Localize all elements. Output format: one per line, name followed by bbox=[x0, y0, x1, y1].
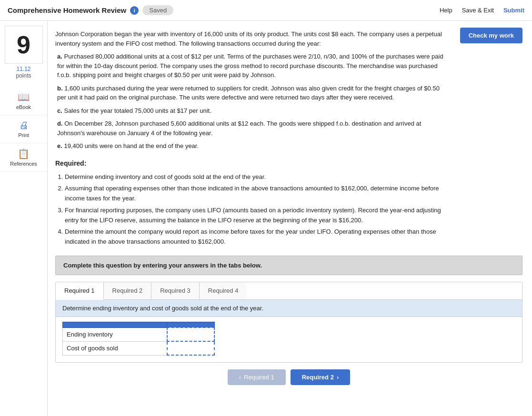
table-row: Cost of goods sold bbox=[63, 341, 215, 355]
next-arrow: › bbox=[337, 374, 339, 381]
transaction-d: d. On December 28, Johnson purchased 5,6… bbox=[57, 119, 446, 138]
answer-table-area: Ending inventory Cost of goods sold bbox=[56, 317, 522, 362]
tab-description: Determine ending inventory and cost of g… bbox=[56, 300, 522, 317]
cogs-label: Cost of goods sold bbox=[63, 341, 167, 355]
print-icon: 🖨 bbox=[19, 120, 29, 131]
ebook-label: eBook bbox=[16, 104, 31, 110]
next-label: Required 2 bbox=[302, 374, 334, 381]
references-label: References bbox=[10, 161, 37, 167]
prev-label: Required 1 bbox=[244, 374, 274, 381]
save-exit-link[interactable]: Save & Exit bbox=[462, 7, 494, 14]
prev-arrow: ‹ bbox=[239, 374, 241, 381]
problem-text: Johnson Corporation began the year with … bbox=[55, 30, 446, 247]
cogs-input[interactable] bbox=[171, 345, 210, 352]
tab-required-3[interactable]: Required 3 bbox=[151, 282, 200, 299]
app-title: Comprehensive Homework Review bbox=[8, 6, 126, 14]
requirement-3: For financial reporting purposes, the co… bbox=[65, 206, 446, 226]
complete-box: Complete this question by entering your … bbox=[55, 256, 522, 275]
content-area: Check my work Johnson Corporation began … bbox=[48, 21, 532, 416]
requirement-1: Determine ending inventory and cost of g… bbox=[65, 172, 446, 182]
requirement-2: Assuming that operating expenses other t… bbox=[65, 184, 446, 204]
main-layout: 9 11.12 points 📖 eBook 🖨 Print 📋 Referen… bbox=[0, 21, 532, 416]
transactions-list: a. Purchased 80,000 additional units at … bbox=[57, 52, 446, 151]
references-icon: 📋 bbox=[18, 148, 30, 159]
print-button[interactable]: 🖨 Print bbox=[0, 115, 47, 143]
transaction-b: b. 1,600 units purchased during the year… bbox=[57, 84, 446, 102]
tab-required-2[interactable]: Required 2 bbox=[104, 282, 152, 299]
transaction-a: a. Purchased 80,000 additional units at … bbox=[57, 52, 446, 80]
transaction-c: c. Sales for the year totaled 75,000 uni… bbox=[57, 106, 446, 116]
nav-buttons: ‹ Required 1 Required 2 › bbox=[55, 363, 522, 390]
ending-inventory-label: Ending inventory bbox=[63, 327, 167, 341]
ebook-icon: 📖 bbox=[18, 91, 30, 103]
saved-badge: Saved bbox=[142, 5, 173, 15]
next-button[interactable]: Required 2 › bbox=[291, 369, 351, 385]
points-label: 11.12 points bbox=[16, 66, 31, 79]
ebook-button[interactable]: 📖 eBook bbox=[0, 87, 47, 115]
tabs-header: Required 1 Required 2 Required 3 Require… bbox=[56, 282, 522, 300]
required-heading: Required: bbox=[55, 158, 446, 168]
question-number: 9 bbox=[5, 26, 43, 64]
submit-button[interactable]: Submit bbox=[503, 7, 524, 14]
help-link[interactable]: Help bbox=[440, 7, 452, 14]
col1-header bbox=[63, 322, 167, 328]
problem-intro: Johnson Corporation began the year with … bbox=[55, 30, 446, 48]
topbar-right: Help Save & Exit Submit bbox=[440, 7, 524, 14]
check-my-work-button[interactable]: Check my work bbox=[460, 28, 522, 43]
tab-required-1[interactable]: Required 1 bbox=[56, 282, 104, 300]
requirement-4: Determine the amount the company would r… bbox=[65, 227, 446, 247]
requirements-list: Determine ending inventory and cost of g… bbox=[65, 172, 446, 248]
cogs-input-cell[interactable] bbox=[167, 341, 214, 355]
ending-inventory-input[interactable] bbox=[171, 331, 210, 338]
ending-inventory-input-cell[interactable] bbox=[167, 327, 214, 341]
references-button[interactable]: 📋 References bbox=[0, 143, 47, 172]
print-label: Print bbox=[18, 132, 29, 138]
answer-table: Ending inventory Cost of goods sold bbox=[62, 322, 215, 356]
prev-button[interactable]: ‹ Required 1 bbox=[228, 369, 286, 385]
topbar-left: Comprehensive Homework Review i Saved bbox=[8, 5, 173, 15]
tab-required-4[interactable]: Required 4 bbox=[200, 282, 247, 299]
sidebar: 9 11.12 points 📖 eBook 🖨 Print 📋 Referen… bbox=[0, 21, 48, 416]
topbar: Comprehensive Homework Review i Saved He… bbox=[0, 0, 532, 21]
col2-header bbox=[167, 322, 214, 328]
table-row: Ending inventory bbox=[63, 327, 215, 341]
tabs-container: Required 1 Required 2 Required 3 Require… bbox=[55, 282, 522, 363]
info-icon[interactable]: i bbox=[130, 6, 139, 15]
transaction-e: e. 19,400 units were on hand at the end … bbox=[57, 141, 446, 151]
